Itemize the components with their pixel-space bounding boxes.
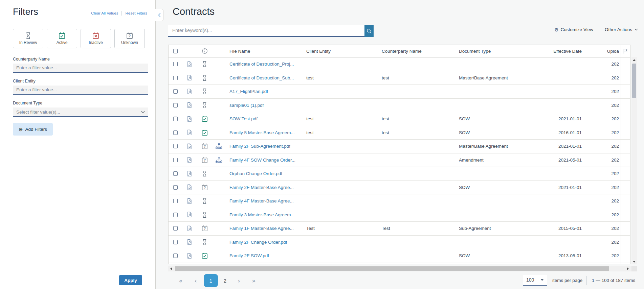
reset-filters-link[interactable]: Reset Filters xyxy=(125,11,147,15)
document-preview-icon[interactable] xyxy=(186,253,193,259)
filter-card-unknown[interactable]: ? Unknown xyxy=(114,29,145,48)
row-checkbox[interactable] xyxy=(173,62,178,66)
row-checkbox[interactable] xyxy=(173,89,178,94)
document-preview-icon[interactable] xyxy=(186,225,193,232)
file-name-link[interactable]: A17_FlightPlan.pdf xyxy=(229,89,268,94)
filter-card-in-review[interactable]: In Review xyxy=(13,29,43,48)
column-header-upload-date[interactable]: Uploa xyxy=(582,45,621,57)
page-button-2[interactable]: 2 xyxy=(219,278,231,284)
column-header-client-entity[interactable]: Client Entity xyxy=(306,45,382,57)
file-name-link[interactable]: Certificate of Destruction_Proj... xyxy=(229,62,294,67)
client-entity-input[interactable] xyxy=(13,86,148,95)
row-checkbox[interactable] xyxy=(173,130,178,135)
document-type-select[interactable]: Select filter value(s)... xyxy=(13,107,148,117)
column-header-effective-date[interactable]: Effective Date xyxy=(551,45,582,57)
file-name-link[interactable]: sample01 (1).pdf xyxy=(229,103,264,108)
row-checkbox[interactable] xyxy=(173,254,178,258)
column-header-document-type[interactable]: Document Type xyxy=(459,45,551,57)
row-checkbox[interactable] xyxy=(173,158,178,162)
flag-cell[interactable] xyxy=(621,112,630,126)
scroll-right-arrow[interactable] xyxy=(625,266,630,271)
document-preview-icon[interactable] xyxy=(186,61,193,67)
next-page-button[interactable]: › xyxy=(232,277,246,284)
select-all-checkbox[interactable] xyxy=(173,49,178,53)
flag-cell[interactable] xyxy=(621,208,630,222)
file-name-link[interactable]: Family 2F Change Order.pdf xyxy=(229,240,287,245)
row-checkbox[interactable] xyxy=(173,76,178,80)
file-name-link[interactable]: Certificate of Destruction_Sub... xyxy=(229,75,294,80)
search-button[interactable] xyxy=(364,25,374,37)
scroll-down-arrow[interactable] xyxy=(631,259,637,264)
customize-view-button[interactable]: ⚙ Customize View xyxy=(554,27,593,32)
row-checkbox[interactable] xyxy=(173,117,178,121)
items-per-page-select[interactable]: 100 xyxy=(523,275,547,286)
file-name-link[interactable]: SOW Test.pdf xyxy=(229,116,258,121)
flag-cell[interactable] xyxy=(621,263,630,265)
document-preview-icon[interactable] xyxy=(186,129,193,136)
row-checkbox[interactable] xyxy=(173,226,178,231)
document-preview-icon[interactable] xyxy=(186,89,193,95)
apply-filters-button[interactable]: Apply xyxy=(119,275,142,285)
client-entity-cell xyxy=(306,57,382,71)
row-checkbox[interactable] xyxy=(173,240,178,244)
document-preview-icon[interactable] xyxy=(186,75,193,81)
horizontal-scrollbar[interactable] xyxy=(168,266,631,271)
counterparty-name-input[interactable] xyxy=(13,64,148,73)
row-checkbox[interactable] xyxy=(173,144,178,148)
document-preview-icon[interactable] xyxy=(186,143,193,149)
flag-cell[interactable] xyxy=(621,153,630,167)
flag-cell[interactable] xyxy=(621,57,630,71)
document-preview-icon[interactable] xyxy=(186,116,193,122)
previous-page-button[interactable]: ‹ xyxy=(189,277,202,284)
search-input[interactable] xyxy=(168,25,364,37)
flag-cell[interactable] xyxy=(621,236,630,249)
flag-cell[interactable] xyxy=(621,181,630,194)
document-preview-icon[interactable] xyxy=(186,102,193,108)
document-preview-icon[interactable] xyxy=(186,171,193,177)
flag-cell[interactable] xyxy=(621,167,630,180)
flag-cell[interactable] xyxy=(621,71,630,85)
column-header-file-name[interactable]: File Name xyxy=(226,45,306,57)
scroll-left-arrow[interactable] xyxy=(168,266,174,271)
scroll-up-arrow[interactable] xyxy=(631,57,637,63)
flag-cell[interactable] xyxy=(621,99,630,112)
file-name-link[interactable]: Family 2F SOW.pdf xyxy=(229,253,269,258)
file-name-link[interactable]: Family 3 Master-Base Agreem... xyxy=(229,212,295,217)
flag-cell[interactable] xyxy=(621,249,630,263)
file-name-link[interactable]: Family 4F SOW Change Order... xyxy=(229,158,295,163)
flag-cell[interactable] xyxy=(621,140,630,153)
clear-all-values-link[interactable]: Clear All Values xyxy=(91,11,118,15)
file-name-link[interactable]: Family 2F Sub-Agreement.pdf xyxy=(229,144,290,149)
document-preview-icon[interactable] xyxy=(186,212,193,218)
document-preview-icon[interactable] xyxy=(186,157,193,163)
add-filters-button[interactable]: ⊕ Add Filters xyxy=(13,123,53,136)
last-page-button[interactable]: » xyxy=(247,277,261,284)
document-preview-icon[interactable] xyxy=(186,184,193,190)
flag-cell[interactable] xyxy=(621,85,630,98)
other-actions-button[interactable]: Other Actions xyxy=(605,27,638,32)
flag-cell[interactable] xyxy=(621,222,630,235)
filter-card-inactive[interactable]: Inactive xyxy=(81,29,111,48)
file-name-link[interactable]: Family 2F Master-Base Agree... xyxy=(229,185,294,190)
row-checkbox[interactable] xyxy=(173,199,178,203)
row-checkbox[interactable] xyxy=(173,103,178,107)
filter-card-active[interactable]: Active xyxy=(47,29,77,48)
flag-cell[interactable] xyxy=(621,194,630,208)
row-checkbox[interactable] xyxy=(173,171,178,176)
row-checkbox[interactable] xyxy=(173,185,178,190)
first-page-button[interactable]: « xyxy=(174,277,187,284)
file-name-link[interactable]: Family 1F Master-Base Agree... xyxy=(229,226,294,231)
vertical-scrollbar[interactable] xyxy=(631,57,637,264)
flag-cell[interactable] xyxy=(621,126,630,140)
collapse-filters-tab[interactable] xyxy=(155,9,163,21)
column-header-counterparty-name[interactable]: Counterparty Name xyxy=(382,45,459,57)
file-name-link[interactable]: Family 5 Master-Base Agreem... xyxy=(229,130,295,135)
file-name-link[interactable]: Orphan Change Order.pdf xyxy=(229,171,282,176)
horizontal-scrollbar-thumb[interactable] xyxy=(175,266,609,271)
row-checkbox[interactable] xyxy=(173,213,178,217)
page-button-1[interactable]: 1 xyxy=(204,274,218,287)
document-preview-icon[interactable] xyxy=(186,198,193,204)
document-preview-icon[interactable] xyxy=(186,239,193,245)
file-name-link[interactable]: Family 4F Master-Base Agree... xyxy=(229,198,294,203)
vertical-scrollbar-thumb[interactable] xyxy=(632,64,636,98)
